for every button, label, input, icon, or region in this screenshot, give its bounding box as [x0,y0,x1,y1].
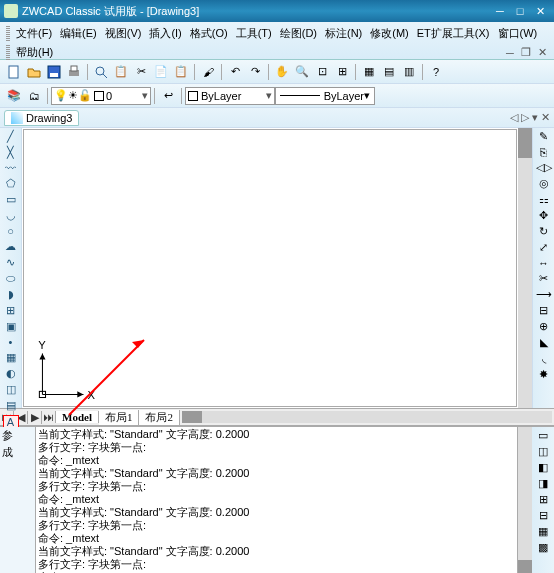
matchprop-icon[interactable]: 🖌 [199,63,217,81]
trim-icon[interactable]: ✂ [539,272,548,285]
chamfer-icon[interactable]: ◣ [540,336,548,349]
ellipsearc-icon[interactable]: ◗ [3,288,19,301]
command-line: 命令: _mtext [38,454,515,467]
cmd-vscroll[interactable] [518,427,532,573]
layer-state-icon[interactable]: 🗂 [25,87,43,105]
copy-obj-icon[interactable]: ⎘ [540,146,547,158]
new-icon[interactable] [5,63,23,81]
open-icon[interactable] [25,63,43,81]
zoom-window-icon[interactable]: ⊡ [313,63,331,81]
tab-prev-icon[interactable]: ◁ [510,111,518,124]
tool-d-icon[interactable]: ◨ [538,477,548,490]
color-dropdown[interactable]: ByLayer ▾ [185,87,275,105]
break-icon[interactable]: ⊟ [539,304,548,317]
extend-icon[interactable]: ⟶ [536,288,552,301]
tab-next-icon[interactable]: ▷ [521,111,529,124]
hatch-icon[interactable]: ▦ [3,351,19,364]
tab-close-icon[interactable]: ✕ [541,111,550,124]
revcloud-icon[interactable]: ☁ [3,240,19,253]
canvas-vscroll[interactable] [518,128,532,408]
stretch-icon[interactable]: ↔ [538,257,549,269]
menu-file[interactable]: 文件(F) [12,24,56,43]
explode-icon[interactable]: ✸ [539,368,548,381]
insert-icon[interactable]: ⊞ [3,304,19,317]
zoom-icon[interactable]: 🔍 [293,63,311,81]
spline-icon[interactable]: ∿ [3,256,19,269]
paste-icon[interactable]: 📋 [172,63,190,81]
pan-icon[interactable]: ✋ [273,63,291,81]
tool-g-icon[interactable]: ▦ [538,525,548,538]
block-icon[interactable]: ▣ [3,320,19,333]
tab-menu-icon[interactable]: ▾ [532,111,538,124]
menu-draw[interactable]: 绘图(D) [276,24,321,43]
join-icon[interactable]: ⊕ [539,320,548,333]
menu-window[interactable]: 窗口(W) [494,24,542,43]
menu-dim[interactable]: 标注(N) [321,24,366,43]
mirror-icon[interactable]: ◁▷ [536,161,552,174]
tool-b-icon[interactable]: ◫ [538,445,548,458]
menu-modify[interactable]: 修改(M) [366,24,413,43]
scale-icon[interactable]: ⤢ [539,241,548,254]
menu-edit[interactable]: 编辑(E) [56,24,101,43]
undo-icon[interactable]: ↶ [226,63,244,81]
cut-icon[interactable]: ✂ [132,63,150,81]
table-icon[interactable]: ▤ [3,399,19,412]
menu-view[interactable]: 视图(V) [101,24,146,43]
circle-icon[interactable]: ○ [3,225,19,237]
menu-help[interactable]: 帮助(H) [12,43,57,62]
chevron-down-icon: ▾ [266,89,272,102]
array-icon[interactable]: ⚏ [539,193,549,206]
zoom-ext-icon[interactable]: ⊞ [333,63,351,81]
rotate-icon[interactable]: ↻ [539,225,548,238]
copy-icon[interactable]: 📄 [152,63,170,81]
mdi-close-button[interactable]: ✕ [534,46,550,60]
xline-icon[interactable]: ╳ [3,146,19,159]
fillet-icon[interactable]: ◟ [542,352,546,365]
pline-icon[interactable]: 〰 [3,162,19,174]
drawing-icon [11,112,23,124]
grip-icon [6,45,10,61]
save-icon[interactable] [45,63,63,81]
tool-a-icon[interactable]: ▭ [538,429,548,442]
line-icon[interactable]: ╱ [3,130,19,143]
gradient-icon[interactable]: ◐ [3,367,19,380]
drawing-canvas[interactable]: X Y [23,129,517,407]
tp-icon[interactable]: ▥ [400,63,418,81]
mdi-restore-button[interactable]: ❐ [518,46,534,60]
preview-icon[interactable] [92,63,110,81]
arc-icon[interactable]: ◡ [3,209,19,222]
offset-icon[interactable]: ◎ [539,177,549,190]
menu-tools[interactable]: 工具(T) [232,24,276,43]
tool-c-icon[interactable]: ◧ [538,461,548,474]
ellipse-icon[interactable]: ⬭ [3,272,19,285]
publish-icon[interactable]: 📋 [112,63,130,81]
minimize-button[interactable]: ─ [490,4,510,18]
move-icon[interactable]: ✥ [539,209,548,222]
tool-f-icon[interactable]: ⊟ [539,509,548,522]
linetype-dropdown[interactable]: ByLayer ▾ [275,87,375,105]
maximize-button[interactable]: □ [510,4,530,18]
polygon-icon[interactable]: ⬠ [3,177,19,190]
props-icon[interactable]: ▦ [360,63,378,81]
menu-et[interactable]: ET扩展工具(X) [413,24,494,43]
layer-mgr-icon[interactable]: 📚 [5,87,23,105]
canvas-hscroll[interactable] [182,411,552,423]
mdi-minimize-button[interactable]: ─ [502,46,518,60]
redo-icon[interactable]: ↷ [246,63,264,81]
menu-format[interactable]: 格式(O) [186,24,232,43]
tool-h-icon[interactable]: ▩ [538,541,548,554]
layer-dropdown[interactable]: 💡 ☀ 🔓 0 ▾ [51,87,151,105]
command-history[interactable]: 当前文字样式: "Standard" 文字高度: 0.2000多行文字: 字块第… [36,427,518,573]
tool-e-icon[interactable]: ⊞ [539,493,548,506]
region-icon[interactable]: ◫ [3,383,19,396]
rect-icon[interactable]: ▭ [3,193,19,206]
dc-icon[interactable]: ▤ [380,63,398,81]
menu-insert[interactable]: 插入(I) [145,24,185,43]
print-icon[interactable] [65,63,83,81]
point-icon[interactable]: • [3,336,19,348]
layer-prev-icon[interactable]: ↩ [159,87,177,105]
close-button[interactable]: ✕ [530,4,550,18]
erase-icon[interactable]: ✎ [539,130,548,143]
doc-tab-active[interactable]: Drawing3 [4,110,79,126]
help-icon[interactable]: ? [427,63,445,81]
